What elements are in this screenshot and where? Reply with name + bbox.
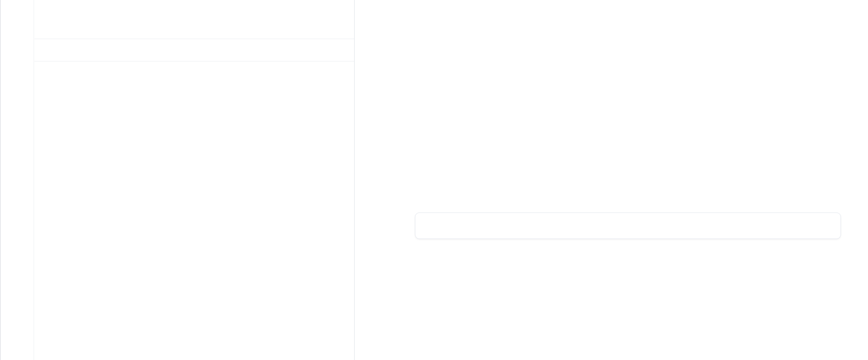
marimo-app — [0, 0, 868, 360]
add-cell-button-group — [415, 213, 841, 239]
notebook-area — [355, 0, 868, 360]
search-input[interactable] — [50, 45, 347, 55]
datasources-header — [34, 0, 354, 39]
datasources-panel — [34, 0, 355, 360]
activity-bar — [1, 0, 34, 360]
close-panel-button[interactable] — [329, 12, 343, 27]
search-row — [34, 39, 354, 61]
